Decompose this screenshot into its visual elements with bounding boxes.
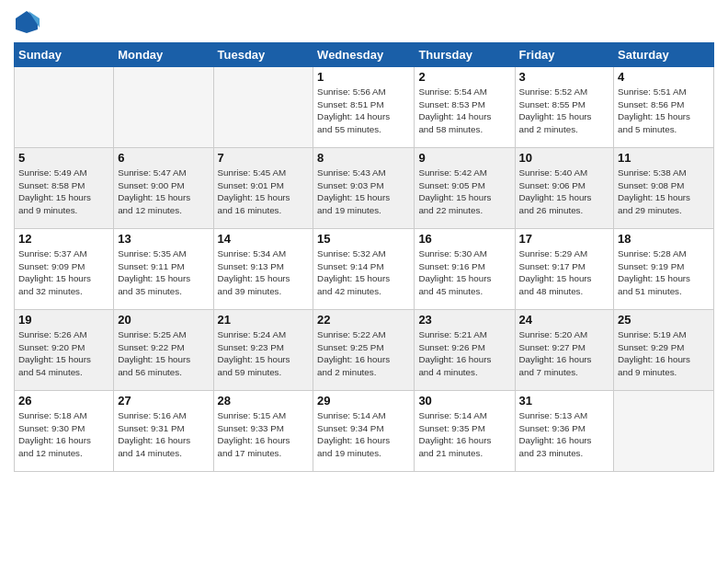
day-number: 12 (18, 232, 109, 246)
calendar-day-cell: 24Sunrise: 5:20 AM Sunset: 9:27 PM Dayli… (515, 310, 614, 391)
calendar: SundayMondayTuesdayWednesdayThursdayFrid… (14, 42, 714, 472)
calendar-day-cell: 9Sunrise: 5:42 AM Sunset: 9:05 PM Daylig… (415, 148, 515, 229)
day-info: Sunrise: 5:28 AM Sunset: 9:19 PM Dayligh… (618, 247, 710, 298)
calendar-day-cell: 5Sunrise: 5:49 AM Sunset: 8:58 PM Daylig… (15, 148, 114, 229)
day-info: Sunrise: 5:42 AM Sunset: 9:05 PM Dayligh… (418, 167, 510, 217)
day-number: 28 (218, 394, 310, 408)
calendar-week-row: 5Sunrise: 5:49 AM Sunset: 8:58 PM Daylig… (15, 148, 714, 229)
calendar-day-cell: 22Sunrise: 5:22 AM Sunset: 9:25 PM Dayli… (313, 310, 415, 391)
calendar-day-cell (15, 67, 114, 148)
day-info: Sunrise: 5:29 AM Sunset: 9:17 PM Dayligh… (519, 247, 610, 298)
calendar-day-cell: 28Sunrise: 5:15 AM Sunset: 9:33 PM Dayli… (213, 391, 313, 472)
day-number: 11 (618, 151, 710, 165)
day-info: Sunrise: 5:35 AM Sunset: 9:11 PM Dayligh… (118, 247, 209, 298)
calendar-day-cell: 16Sunrise: 5:30 AM Sunset: 9:16 PM Dayli… (415, 229, 515, 310)
day-info: Sunrise: 5:22 AM Sunset: 9:25 PM Dayligh… (317, 328, 410, 379)
day-number: 23 (418, 313, 510, 327)
calendar-day-cell (213, 67, 313, 148)
day-number: 26 (18, 394, 109, 408)
day-number: 15 (317, 232, 410, 246)
calendar-week-row: 12Sunrise: 5:37 AM Sunset: 9:09 PM Dayli… (15, 229, 714, 310)
weekday-header: Thursday (415, 43, 515, 67)
day-number: 7 (218, 151, 310, 165)
day-info: Sunrise: 5:32 AM Sunset: 9:14 PM Dayligh… (317, 247, 410, 298)
day-number: 27 (118, 394, 209, 408)
calendar-day-cell: 12Sunrise: 5:37 AM Sunset: 9:09 PM Dayli… (15, 229, 114, 310)
calendar-day-cell: 23Sunrise: 5:21 AM Sunset: 9:26 PM Dayli… (415, 310, 515, 391)
day-number: 30 (418, 394, 510, 408)
weekday-header: Friday (515, 43, 614, 67)
calendar-day-cell: 2Sunrise: 5:54 AM Sunset: 8:53 PM Daylig… (415, 67, 515, 148)
day-info: Sunrise: 5:45 AM Sunset: 9:01 PM Dayligh… (218, 167, 310, 217)
calendar-day-cell: 10Sunrise: 5:40 AM Sunset: 9:06 PM Dayli… (515, 148, 614, 229)
day-info: Sunrise: 5:43 AM Sunset: 9:03 PM Dayligh… (317, 167, 410, 217)
day-info: Sunrise: 5:38 AM Sunset: 9:08 PM Dayligh… (618, 167, 710, 217)
weekday-header: Sunday (15, 43, 114, 67)
day-number: 2 (418, 70, 510, 84)
day-info: Sunrise: 5:16 AM Sunset: 9:31 PM Dayligh… (118, 409, 209, 460)
day-number: 21 (218, 313, 310, 327)
day-number: 5 (18, 151, 109, 165)
weekday-header: Tuesday (213, 43, 313, 67)
calendar-day-cell: 25Sunrise: 5:19 AM Sunset: 9:29 PM Dayli… (614, 310, 714, 391)
weekday-header: Wednesday (313, 43, 415, 67)
calendar-day-cell: 18Sunrise: 5:28 AM Sunset: 9:19 PM Dayli… (614, 229, 714, 310)
day-info: Sunrise: 5:54 AM Sunset: 8:53 PM Dayligh… (418, 86, 510, 136)
calendar-day-cell: 29Sunrise: 5:14 AM Sunset: 9:34 PM Dayli… (313, 391, 415, 472)
day-info: Sunrise: 5:18 AM Sunset: 9:30 PM Dayligh… (18, 409, 109, 460)
day-number: 24 (519, 313, 610, 327)
calendar-day-cell: 13Sunrise: 5:35 AM Sunset: 9:11 PM Dayli… (114, 229, 213, 310)
calendar-day-cell: 11Sunrise: 5:38 AM Sunset: 9:08 PM Dayli… (614, 148, 714, 229)
day-info: Sunrise: 5:47 AM Sunset: 9:00 PM Dayligh… (118, 167, 209, 217)
day-number: 10 (519, 151, 610, 165)
day-info: Sunrise: 5:13 AM Sunset: 9:36 PM Dayligh… (519, 409, 610, 460)
header (14, 9, 714, 35)
day-number: 25 (618, 313, 710, 327)
day-info: Sunrise: 5:34 AM Sunset: 9:13 PM Dayligh… (218, 247, 310, 298)
day-info: Sunrise: 5:49 AM Sunset: 8:58 PM Dayligh… (18, 167, 109, 217)
calendar-week-row: 19Sunrise: 5:26 AM Sunset: 9:20 PM Dayli… (15, 310, 714, 391)
calendar-day-cell: 15Sunrise: 5:32 AM Sunset: 9:14 PM Dayli… (313, 229, 415, 310)
calendar-day-cell: 14Sunrise: 5:34 AM Sunset: 9:13 PM Dayli… (213, 229, 313, 310)
day-info: Sunrise: 5:25 AM Sunset: 9:22 PM Dayligh… (118, 328, 209, 379)
calendar-day-cell: 8Sunrise: 5:43 AM Sunset: 9:03 PM Daylig… (313, 148, 415, 229)
calendar-day-cell: 27Sunrise: 5:16 AM Sunset: 9:31 PM Dayli… (114, 391, 213, 472)
day-number: 4 (618, 70, 710, 84)
day-number: 3 (519, 70, 610, 84)
weekday-header: Saturday (614, 43, 714, 67)
page-container: SundayMondayTuesdayWednesdayThursdayFrid… (0, 0, 728, 481)
day-number: 22 (317, 313, 410, 327)
day-info: Sunrise: 5:21 AM Sunset: 9:26 PM Dayligh… (418, 328, 510, 379)
day-number: 1 (317, 70, 410, 84)
day-info: Sunrise: 5:15 AM Sunset: 9:33 PM Dayligh… (218, 409, 310, 460)
day-number: 19 (18, 313, 109, 327)
calendar-day-cell: 21Sunrise: 5:24 AM Sunset: 9:23 PM Dayli… (213, 310, 313, 391)
svg-marker-0 (16, 11, 38, 33)
logo-icon (14, 9, 40, 35)
calendar-day-cell: 1Sunrise: 5:56 AM Sunset: 8:51 PM Daylig… (313, 67, 415, 148)
calendar-day-cell: 6Sunrise: 5:47 AM Sunset: 9:00 PM Daylig… (114, 148, 213, 229)
calendar-week-row: 26Sunrise: 5:18 AM Sunset: 9:30 PM Dayli… (15, 391, 714, 472)
day-info: Sunrise: 5:14 AM Sunset: 9:35 PM Dayligh… (418, 409, 510, 460)
calendar-day-cell: 30Sunrise: 5:14 AM Sunset: 9:35 PM Dayli… (415, 391, 515, 472)
calendar-day-cell: 3Sunrise: 5:52 AM Sunset: 8:55 PM Daylig… (515, 67, 614, 148)
day-info: Sunrise: 5:51 AM Sunset: 8:56 PM Dayligh… (618, 86, 710, 136)
weekday-header-row: SundayMondayTuesdayWednesdayThursdayFrid… (15, 43, 714, 67)
day-number: 17 (519, 232, 610, 246)
calendar-day-cell: 26Sunrise: 5:18 AM Sunset: 9:30 PM Dayli… (15, 391, 114, 472)
day-number: 16 (418, 232, 510, 246)
calendar-day-cell: 17Sunrise: 5:29 AM Sunset: 9:17 PM Dayli… (515, 229, 614, 310)
day-info: Sunrise: 5:56 AM Sunset: 8:51 PM Dayligh… (317, 86, 410, 136)
calendar-day-cell: 4Sunrise: 5:51 AM Sunset: 8:56 PM Daylig… (614, 67, 714, 148)
calendar-day-cell (614, 391, 714, 472)
calendar-day-cell: 20Sunrise: 5:25 AM Sunset: 9:22 PM Dayli… (114, 310, 213, 391)
weekday-header: Monday (114, 43, 213, 67)
day-number: 31 (519, 394, 610, 408)
logo (14, 9, 43, 35)
day-info: Sunrise: 5:52 AM Sunset: 8:55 PM Dayligh… (519, 86, 610, 136)
calendar-day-cell (114, 67, 213, 148)
day-number: 18 (618, 232, 710, 246)
day-number: 9 (418, 151, 510, 165)
day-info: Sunrise: 5:19 AM Sunset: 9:29 PM Dayligh… (618, 328, 710, 379)
day-info: Sunrise: 5:24 AM Sunset: 9:23 PM Dayligh… (218, 328, 310, 379)
